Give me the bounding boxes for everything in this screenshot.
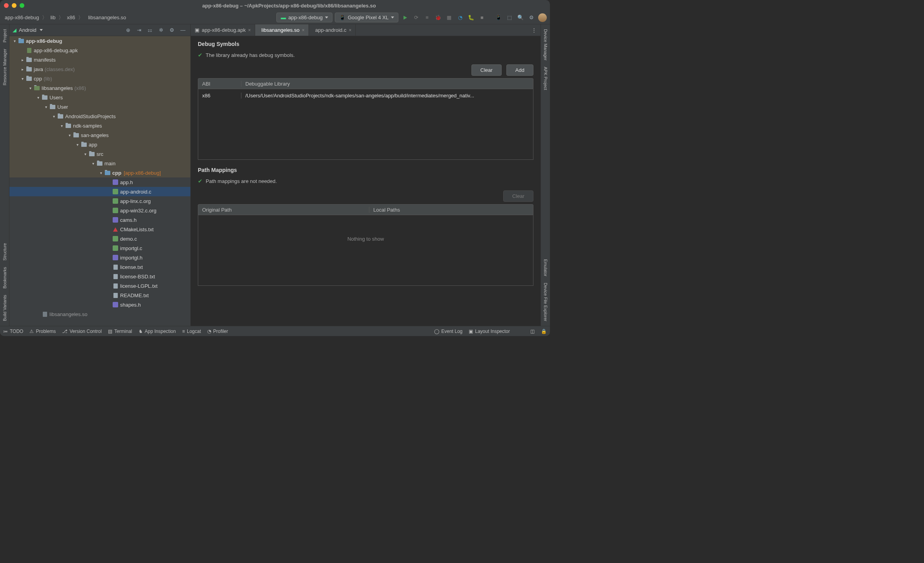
attach-debugger-icon[interactable]: 🐛 [467,13,475,22]
tool-window-device-file-explorer[interactable]: Device File Explorer [542,280,549,324]
status-todo[interactable]: ≔TODO [3,329,23,334]
tool-window-project[interactable]: Project [2,26,8,46]
search-icon[interactable]: 🔍 [516,13,525,22]
tree-row[interactable]: importgl.c [9,243,190,253]
more-tabs-icon[interactable]: ⋮ [528,27,541,33]
editor-tab[interactable]: app-android.c × [309,24,356,36]
box-icon[interactable]: ⬚ [505,13,514,22]
editor-tab[interactable]: ▣ app-x86-debug.apk × [191,24,255,36]
options-icon[interactable]: ⚏ [146,26,154,35]
tree-row[interactable]: CMakeLists.txt [9,225,190,234]
tree-row[interactable]: ▾main [9,159,190,168]
tool-window-apk-project[interactable]: APK Project [542,64,549,93]
status-logcat[interactable]: ≡Logcat [182,329,201,334]
status-profiler[interactable]: ◔Profiler [207,329,228,334]
sidebar-view-selector[interactable]: Android [19,27,43,33]
minimize-window-icon[interactable] [12,3,16,8]
tree-row[interactable]: app.h [9,177,190,187]
sync-icon[interactable]: 📱 [494,13,503,22]
tree-expander-icon[interactable]: ▾ [68,133,71,137]
collapse-icon[interactable]: ⇥ [135,26,143,35]
tree-row[interactable]: ▾cpp[app-x86-debug] [9,168,190,177]
breadcrumb-seg[interactable]: app-x86-debug [3,14,40,21]
tool-window-bookmarks[interactable]: Bookmarks [2,264,8,292]
tree-expander-icon[interactable]: ▾ [28,86,32,90]
breadcrumb-seg[interactable]: libsanangeles.so [86,14,128,21]
show-options-icon[interactable]: ✲ [157,26,165,35]
tree-row[interactable]: ▾app [9,140,190,149]
status-terminal[interactable]: ▤Terminal [108,329,132,334]
tree-expander-icon[interactable]: ▾ [99,171,103,175]
project-tree[interactable]: ▾app-x86-debugapp-x86-debug.apk▸manifest… [9,36,190,326]
tree-expander-icon[interactable]: ▾ [91,161,95,166]
tree-expander-icon[interactable]: ▾ [36,95,40,100]
status-app-inspection[interactable]: ♞App Inspection [139,329,176,334]
target-icon[interactable]: ⊕ [124,26,132,35]
status-layout-inspector[interactable]: ▣Layout Inspector [469,329,510,334]
tree-row[interactable]: ▾ndk-samples [9,121,190,130]
tree-row[interactable]: libsanangeles.so [9,309,190,319]
tree-expander-icon[interactable]: ▾ [44,105,48,109]
tree-expander-icon[interactable]: ▾ [13,39,16,43]
tool-window-build-variants[interactable]: Build Variants [2,292,8,324]
tree-row[interactable]: app-win32.c.org [9,206,190,215]
tree-row[interactable]: cams.h [9,215,190,225]
tool-window-emulator[interactable]: Emulator [542,256,549,280]
coverage-icon[interactable]: ▦ [445,13,453,22]
breadcrumb-seg[interactable]: x86 [65,14,77,21]
tree-row[interactable]: license-LGPL.txt [9,281,190,291]
tree-expander-icon[interactable]: ▸ [20,67,24,71]
tree-expander-icon[interactable]: ▾ [52,114,56,119]
tree-row[interactable]: ▸manifests [9,55,190,64]
close-icon[interactable]: × [302,27,305,33]
tree-row[interactable]: license.txt [9,262,190,272]
stop-button[interactable]: ■ [478,13,486,22]
tool-window-structure[interactable]: Structure [2,240,8,264]
apply-changes-icon[interactable]: ⟳ [412,13,420,22]
tree-row[interactable]: ▾libsanangeles(x86) [9,83,190,93]
tree-row[interactable]: ▾app-x86-debug [9,36,190,46]
tree-row[interactable]: demo.c [9,234,190,243]
status-vcs[interactable]: ⎇Version Control [62,329,102,334]
clear-button[interactable]: Clear [471,64,502,76]
tree-row[interactable]: ▾cpp(lib) [9,74,190,83]
device-combo[interactable]: 📱 Google Pixel 4 XL [335,13,398,22]
tree-row[interactable]: ▾Users [9,93,190,102]
tree-row[interactable]: ▾User [9,102,190,112]
tree-expander-icon[interactable]: ▾ [60,124,64,128]
status-event-log[interactable]: ◯Event Log [434,329,462,334]
run-button[interactable] [401,13,409,22]
run-config-combo[interactable]: ▬ app-x86-debug [276,13,332,22]
tree-row[interactable]: shapes.h [9,300,190,309]
tree-row[interactable]: app-android.c [9,187,190,196]
tree-row[interactable]: ▾src [9,149,190,159]
tree-expander-icon[interactable]: ▾ [83,152,87,156]
avatar[interactable] [538,13,547,22]
gear-icon[interactable]: ⚙ [527,13,536,22]
tree-expander-icon[interactable]: ▾ [20,77,24,81]
close-icon[interactable]: × [349,27,351,33]
tool-window-device-manager[interactable]: Device Manager [542,26,549,64]
breadcrumb-seg[interactable]: lib [49,14,57,21]
tool-window-resource-manager[interactable]: Resource Manager [2,46,8,89]
close-window-icon[interactable] [4,3,9,8]
hide-icon[interactable]: — [179,26,187,35]
gear-icon[interactable]: ⚙ [168,26,176,35]
tree-expander-icon[interactable]: ▾ [75,143,79,147]
tree-row[interactable]: app-linx.c.org [9,196,190,206]
maximize-window-icon[interactable] [20,3,24,8]
status-pane-icon[interactable]: ◫ [530,329,535,334]
status-lock-icon[interactable]: 🔒 [541,329,547,334]
tree-row[interactable]: ▸java(classes.dex) [9,64,190,74]
tree-row[interactable]: app-x86-debug.apk [9,46,190,55]
status-problems[interactable]: ⚠Problems [29,329,56,334]
editor-tab[interactable]: libsanangeles.so × [255,24,309,36]
table-row[interactable]: x86 /Users/User/AndroidStudioProjects/nd… [198,89,533,102]
close-icon[interactable]: × [248,27,251,33]
add-button[interactable]: Add [506,64,533,76]
tree-expander-icon[interactable]: ▸ [20,58,24,62]
profile-icon[interactable]: ◔ [456,13,464,22]
apply-code-icon[interactable]: ≡ [423,13,431,22]
debug-button[interactable]: 🐞 [434,13,442,22]
tree-row[interactable]: ▾AndroidStudioProjects [9,112,190,121]
